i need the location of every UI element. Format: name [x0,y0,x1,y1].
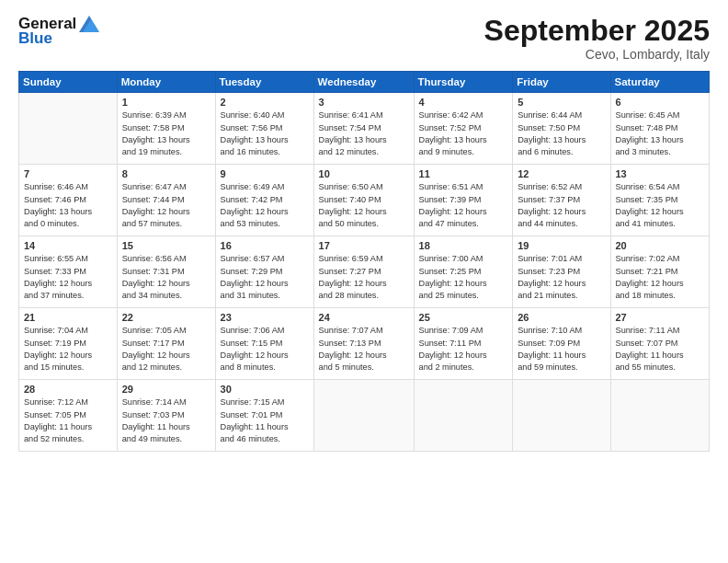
day-number: 11 [419,168,508,179]
calendar-table: SundayMondayTuesdayWednesdayThursdayFrid… [18,71,710,452]
day-number: 7 [24,168,112,179]
day-info: Sunrise: 7:15 AM Sunset: 7:01 PM Dayligh… [221,396,309,445]
day-number: 28 [24,384,112,395]
day-cell: 13Sunrise: 6:54 AM Sunset: 7:35 PM Dayli… [610,165,710,236]
weekday-header-friday: Friday [513,72,610,93]
day-cell: 11Sunrise: 6:51 AM Sunset: 7:39 PM Dayli… [414,165,513,236]
day-info: Sunrise: 7:14 AM Sunset: 7:03 PM Dayligh… [122,396,210,445]
day-cell: 18Sunrise: 7:00 AM Sunset: 7:25 PM Dayli… [414,236,513,308]
day-cell: 27Sunrise: 7:11 AM Sunset: 7:07 PM Dayli… [610,308,710,380]
day-cell: 10Sunrise: 6:50 AM Sunset: 7:40 PM Dayli… [313,165,414,236]
day-number: 8 [122,168,210,179]
weekday-header-tuesday: Tuesday [215,72,313,93]
day-info: Sunrise: 6:46 AM Sunset: 7:46 PM Dayligh… [24,181,112,230]
day-cell: 7Sunrise: 6:46 AM Sunset: 7:46 PM Daylig… [19,165,118,236]
day-cell: 15Sunrise: 6:56 AM Sunset: 7:31 PM Dayli… [117,236,215,308]
day-cell: 24Sunrise: 7:07 AM Sunset: 7:13 PM Dayli… [313,308,414,380]
day-cell [513,380,610,452]
day-cell: 4Sunrise: 6:42 AM Sunset: 7:52 PM Daylig… [414,93,513,165]
day-number: 21 [24,312,112,323]
day-info: Sunrise: 7:04 AM Sunset: 7:19 PM Dayligh… [24,325,112,373]
day-cell: 1Sunrise: 6:39 AM Sunset: 7:58 PM Daylig… [117,93,215,165]
day-info: Sunrise: 7:10 AM Sunset: 7:09 PM Dayligh… [518,325,605,373]
day-number: 26 [518,312,605,323]
weekday-header-thursday: Thursday [414,72,513,93]
day-cell: 29Sunrise: 7:14 AM Sunset: 7:03 PM Dayli… [117,380,215,452]
day-info: Sunrise: 7:09 AM Sunset: 7:11 PM Dayligh… [419,325,508,373]
day-number: 14 [24,240,112,251]
day-info: Sunrise: 6:50 AM Sunset: 7:40 PM Dayligh… [319,181,409,230]
day-info: Sunrise: 6:47 AM Sunset: 7:44 PM Dayligh… [122,181,210,230]
day-number: 1 [122,97,210,108]
day-info: Sunrise: 7:02 AM Sunset: 7:21 PM Dayligh… [616,253,705,302]
day-info: Sunrise: 6:44 AM Sunset: 7:50 PM Dayligh… [518,109,605,158]
day-cell: 16Sunrise: 6:57 AM Sunset: 7:29 PM Dayli… [215,236,313,308]
day-cell: 14Sunrise: 6:55 AM Sunset: 7:33 PM Dayli… [19,236,118,308]
day-cell: 21Sunrise: 7:04 AM Sunset: 7:19 PM Dayli… [19,308,118,380]
day-cell [313,380,414,452]
day-cell [610,380,710,452]
day-cell: 30Sunrise: 7:15 AM Sunset: 7:01 PM Dayli… [215,380,313,452]
day-number: 12 [518,168,605,179]
day-number: 18 [419,240,508,251]
day-cell: 17Sunrise: 6:59 AM Sunset: 7:27 PM Dayli… [313,236,414,308]
week-row-4: 21Sunrise: 7:04 AM Sunset: 7:19 PM Dayli… [19,308,710,380]
day-cell: 23Sunrise: 7:06 AM Sunset: 7:15 PM Dayli… [215,308,313,380]
day-info: Sunrise: 6:52 AM Sunset: 7:37 PM Dayligh… [518,181,605,230]
logo-blue: Blue [18,29,52,48]
day-cell: 6Sunrise: 6:45 AM Sunset: 7:48 PM Daylig… [610,93,710,165]
weekday-header-wednesday: Wednesday [313,72,414,93]
location: Cevo, Lombardy, Italy [484,47,710,62]
day-info: Sunrise: 7:12 AM Sunset: 7:05 PM Dayligh… [24,396,112,445]
logo-icon [79,16,99,32]
day-cell: 5Sunrise: 6:44 AM Sunset: 7:50 PM Daylig… [513,93,610,165]
day-info: Sunrise: 7:11 AM Sunset: 7:07 PM Dayligh… [616,325,705,373]
day-cell: 9Sunrise: 6:49 AM Sunset: 7:42 PM Daylig… [215,165,313,236]
day-cell: 2Sunrise: 6:40 AM Sunset: 7:56 PM Daylig… [215,93,313,165]
day-info: Sunrise: 7:07 AM Sunset: 7:13 PM Dayligh… [319,325,409,373]
day-info: Sunrise: 7:01 AM Sunset: 7:23 PM Dayligh… [518,253,605,302]
page: General Blue September 2025 Cevo, Lombar… [0,0,728,563]
day-number: 29 [122,384,210,395]
day-info: Sunrise: 6:45 AM Sunset: 7:48 PM Dayligh… [616,109,705,158]
day-info: Sunrise: 6:55 AM Sunset: 7:33 PM Dayligh… [24,253,112,302]
day-cell: 3Sunrise: 6:41 AM Sunset: 7:54 PM Daylig… [313,93,414,165]
week-row-1: 1Sunrise: 6:39 AM Sunset: 7:58 PM Daylig… [19,93,710,165]
day-info: Sunrise: 7:05 AM Sunset: 7:17 PM Dayligh… [122,325,210,373]
day-info: Sunrise: 7:00 AM Sunset: 7:25 PM Dayligh… [419,253,508,302]
day-number: 24 [319,312,409,323]
day-number: 9 [221,168,309,179]
week-row-3: 14Sunrise: 6:55 AM Sunset: 7:33 PM Dayli… [19,236,710,308]
day-number: 4 [419,97,508,108]
day-info: Sunrise: 6:56 AM Sunset: 7:31 PM Dayligh… [122,253,210,302]
logo: General Blue [18,15,99,48]
title-block: September 2025 Cevo, Lombardy, Italy [484,15,710,62]
week-row-5: 28Sunrise: 7:12 AM Sunset: 7:05 PM Dayli… [19,380,710,452]
day-number: 17 [319,240,409,251]
weekday-header-row: SundayMondayTuesdayWednesdayThursdayFrid… [19,72,710,93]
day-info: Sunrise: 6:59 AM Sunset: 7:27 PM Dayligh… [319,253,409,302]
day-cell: 28Sunrise: 7:12 AM Sunset: 7:05 PM Dayli… [19,380,118,452]
day-number: 13 [616,168,705,179]
day-info: Sunrise: 6:49 AM Sunset: 7:42 PM Dayligh… [221,181,309,230]
day-info: Sunrise: 7:06 AM Sunset: 7:15 PM Dayligh… [221,325,309,373]
day-info: Sunrise: 6:40 AM Sunset: 7:56 PM Dayligh… [221,109,309,158]
weekday-header-sunday: Sunday [19,72,118,93]
day-cell: 22Sunrise: 7:05 AM Sunset: 7:17 PM Dayli… [117,308,215,380]
weekday-header-monday: Monday [117,72,215,93]
day-cell [19,93,118,165]
day-number: 5 [518,97,605,108]
day-number: 23 [221,312,309,323]
day-number: 19 [518,240,605,251]
day-number: 15 [122,240,210,251]
day-info: Sunrise: 6:39 AM Sunset: 7:58 PM Dayligh… [122,109,210,158]
day-number: 6 [616,97,705,108]
day-info: Sunrise: 6:51 AM Sunset: 7:39 PM Dayligh… [419,181,508,230]
month-title: September 2025 [484,15,710,47]
day-cell: 26Sunrise: 7:10 AM Sunset: 7:09 PM Dayli… [513,308,610,380]
weekday-header-saturday: Saturday [610,72,710,93]
day-number: 25 [419,312,508,323]
day-number: 22 [122,312,210,323]
day-number: 3 [319,97,409,108]
day-number: 2 [221,97,309,108]
